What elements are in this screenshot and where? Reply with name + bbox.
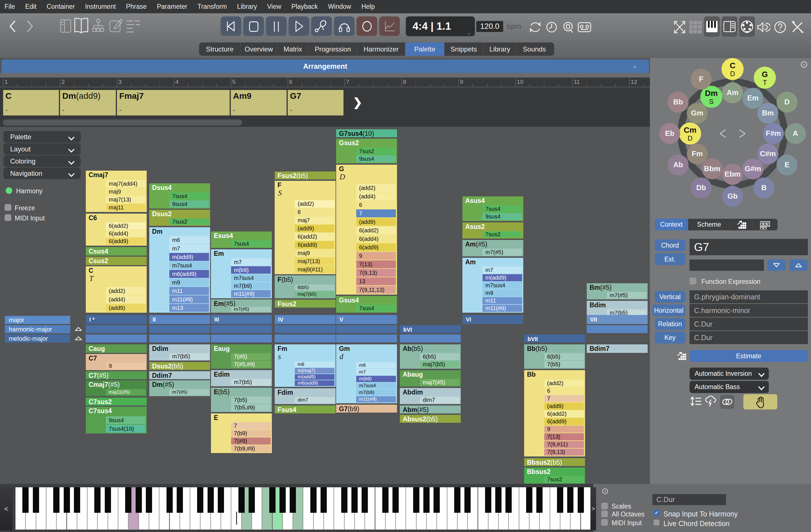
palette-block-em(#5)[interactable]: Em(#5)m7(#5) bbox=[211, 299, 272, 313]
palette-block-dsus2[interactable]: Dsus27sus2 bbox=[149, 210, 210, 226]
ext-field[interactable] bbox=[689, 260, 764, 271]
chord-variant-chip[interactable]: 7(13) bbox=[544, 433, 584, 440]
snap-input-checkbox[interactable]: ✓ bbox=[654, 510, 659, 516]
chord-variant-chip[interactable]: 6(add2) bbox=[356, 226, 396, 234]
menu-file[interactable]: File bbox=[4, 3, 15, 11]
chord-variant-chip[interactable]: 7(13) bbox=[356, 260, 396, 268]
roman-cell[interactable] bbox=[275, 334, 336, 342]
loop-icon[interactable] bbox=[529, 20, 542, 34]
palette-block-dm[interactable]: Dmm6m7m(add9)m7sus4m6(add9)m9m11m11(#9)m… bbox=[149, 227, 210, 313]
chord-variant-chip[interactable]: m(add9) bbox=[169, 253, 209, 261]
chord-variant-chip[interactable]: 7sus2 bbox=[356, 148, 396, 155]
piano-black-key[interactable] bbox=[64, 487, 70, 513]
palette-block-absus2(b5)[interactable]: Absus2(b5) bbox=[400, 415, 461, 423]
chord-variant-chip[interactable]: m(add9) bbox=[483, 274, 522, 281]
chord-variant-chip[interactable]: m7 bbox=[231, 259, 271, 266]
ext-up-button[interactable] bbox=[789, 260, 808, 271]
key-label[interactable]: Key bbox=[655, 332, 685, 344]
chord-variant-chip[interactable]: m7sus4 bbox=[483, 282, 522, 289]
chord-variant-chip[interactable]: 7 bbox=[356, 209, 396, 217]
scale-item-harmonic-major[interactable]: harmonic-major bbox=[5, 325, 70, 333]
roman-cell[interactable] bbox=[587, 325, 648, 333]
piano-black-key[interactable] bbox=[249, 487, 255, 513]
tab-library[interactable]: Library bbox=[483, 43, 517, 56]
palette-block-abaug[interactable]: Abaugmaj7(#5) bbox=[400, 370, 461, 387]
roman-V[interactable]: V bbox=[336, 315, 397, 324]
palette-block-csus2[interactable]: Csus2 bbox=[86, 257, 147, 265]
bass-dropdown[interactable]: Automatic Bass bbox=[689, 381, 769, 393]
arrangement-header[interactable]: Arrangement ⌄ bbox=[1, 59, 649, 73]
tab-snippets[interactable]: Snippets bbox=[445, 43, 483, 56]
key-field[interactable]: C.Dur bbox=[689, 331, 808, 344]
palette-block-c[interactable]: CT(add2)(add4)(add9) bbox=[86, 266, 147, 313]
chord-variant-chip[interactable]: dim7 bbox=[295, 397, 334, 403]
tab-progression[interactable]: Progression bbox=[309, 43, 357, 56]
harmony-indicator[interactable] bbox=[6, 187, 12, 194]
midi-button[interactable] bbox=[739, 16, 755, 37]
chord-variant-chip[interactable]: maj7(#5) bbox=[420, 379, 460, 386]
palette-block-asus2[interactable]: Asus27sus2 bbox=[462, 222, 523, 238]
chord-variant-chip[interactable]: 6(b5) bbox=[544, 353, 584, 360]
chord-variant-chip[interactable]: m7(b5) bbox=[169, 353, 209, 360]
piano-black-key[interactable] bbox=[136, 487, 142, 513]
horizontal-scrollbar[interactable] bbox=[3, 120, 242, 126]
chord-block-dm[interactable]: Dm(add9)- bbox=[60, 90, 116, 115]
chord-variant-chip[interactable]: 7sus2 bbox=[544, 476, 584, 483]
chord-variant-chip[interactable]: 6(add2) bbox=[544, 410, 584, 418]
menu-playback[interactable]: Playback bbox=[291, 3, 318, 11]
piano-black-key[interactable] bbox=[94, 487, 101, 513]
chord-variant-chip[interactable]: m7sus4 bbox=[231, 274, 271, 282]
ext-label[interactable]: Ext. bbox=[655, 253, 685, 265]
palette-block-ddim[interactable]: Ddimm7(b5) bbox=[149, 344, 210, 361]
close-circle-icon[interactable]: × bbox=[801, 61, 807, 68]
palette-block-am[interactable]: Amm7m(add9)m7sus4m9m11m11(#9) bbox=[462, 258, 523, 313]
menu-library[interactable]: Library bbox=[237, 3, 257, 11]
chord-block-fmaj7[interactable]: Fmaj7- bbox=[117, 90, 230, 115]
tab-harmonizer[interactable]: Harmonizer bbox=[357, 43, 405, 56]
palette-block-e[interactable]: E77(b9)7(#9)7(b9,#9) bbox=[211, 413, 272, 453]
piano-black-key[interactable] bbox=[239, 487, 245, 513]
tape-icon[interactable] bbox=[577, 20, 592, 34]
chord-variant-chip[interactable]: 6(add4) bbox=[356, 235, 396, 243]
sidebar-panel-icon[interactable] bbox=[60, 18, 71, 34]
chord-variant-chip[interactable]: 6 bbox=[356, 201, 396, 209]
progression-tab-icon[interactable] bbox=[753, 219, 777, 230]
chord-variant-chip[interactable]: 7 bbox=[231, 422, 271, 429]
link-icon-button[interactable] bbox=[720, 395, 734, 409]
chord-variant-chip[interactable]: (add4) bbox=[356, 192, 396, 200]
palette-block-bb[interactable]: Bb(add2)67(add9)6(add2)6(add9)97(13)7(9,… bbox=[524, 370, 585, 456]
piano-black-key[interactable] bbox=[578, 487, 584, 513]
piano-black-key[interactable] bbox=[279, 487, 286, 513]
chord-variant-chip[interactable]: m9 bbox=[169, 279, 209, 286]
palette-block-c7(#5)[interactable]: C7(#5) bbox=[86, 371, 147, 379]
dropdown-navigation[interactable]: Navigation bbox=[3, 168, 81, 179]
midi-input-kb-checkbox[interactable] bbox=[601, 519, 608, 526]
chord-variant-chip[interactable]: maj9 bbox=[295, 249, 334, 257]
nav-back-icon[interactable] bbox=[7, 19, 18, 34]
piano-black-key[interactable] bbox=[526, 487, 532, 513]
chord-variant-chip[interactable]: 9sus4 bbox=[106, 416, 146, 424]
keyboard-scroll-left[interactable]: < bbox=[0, 487, 13, 530]
menu-instrument[interactable]: Instrument bbox=[85, 3, 116, 11]
grid-icon[interactable] bbox=[689, 21, 702, 33]
chord-variant-chip[interactable]: maj11 bbox=[106, 204, 146, 211]
ext-down-button[interactable] bbox=[767, 260, 786, 271]
piano-black-key[interactable] bbox=[33, 487, 39, 513]
horizontal-field[interactable]: C.harmonic-minor bbox=[689, 304, 808, 317]
palette-block-esus4[interactable]: Esus47sus4 bbox=[211, 232, 272, 248]
palette-block-dsus4[interactable]: Dsus47sus49sus4 bbox=[149, 183, 210, 208]
palette-block-bm(#5)[interactable]: Bm(#5)m7(#5) bbox=[587, 283, 648, 299]
relation-field[interactable]: C.Dur bbox=[689, 317, 808, 330]
dropdown-coloring[interactable]: Coloring bbox=[3, 155, 81, 167]
chord-variant-chip[interactable]: m7sus4 bbox=[356, 382, 396, 389]
chord-variant-chip[interactable]: 9sus4 bbox=[169, 200, 209, 208]
menu-phrase[interactable]: Phrase bbox=[126, 3, 147, 11]
chord-variant-chip[interactable]: 7sus4 bbox=[483, 205, 522, 213]
chord-variant-chip[interactable]: 7(9,13) bbox=[544, 449, 584, 456]
chord-variant-chip[interactable]: m7(b5) bbox=[231, 379, 271, 386]
roman-cell[interactable] bbox=[336, 334, 397, 342]
piano-black-key[interactable] bbox=[105, 487, 111, 513]
piano-black-key[interactable] bbox=[423, 487, 430, 513]
chord-variant-chip[interactable]: 7sus4 bbox=[231, 240, 271, 247]
roman-cell[interactable] bbox=[86, 325, 147, 333]
